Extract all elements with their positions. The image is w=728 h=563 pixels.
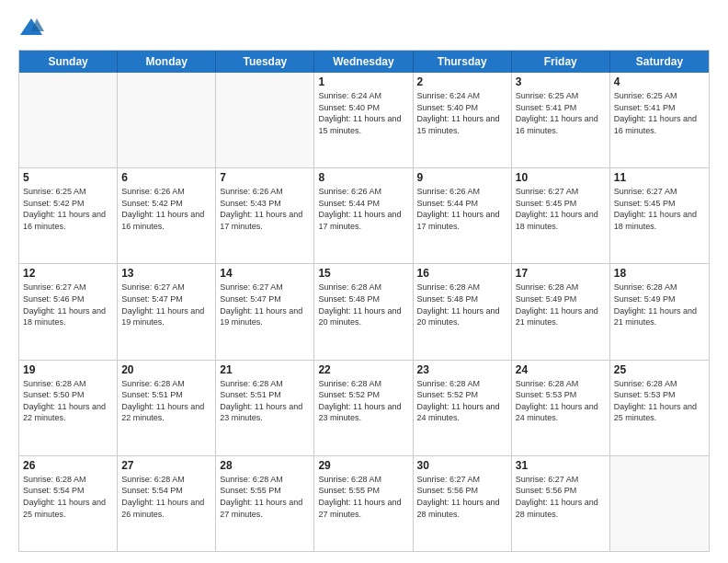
calendar-day-3: 3Sunrise: 6:25 AM Sunset: 5:41 PM Daylig… [512, 73, 610, 167]
calendar-day-29: 29Sunrise: 6:28 AM Sunset: 5:55 PM Dayli… [314, 456, 413, 551]
day-info: Sunrise: 6:28 AM Sunset: 5:52 PM Dayligh… [417, 378, 507, 424]
calendar-day-4: 4Sunrise: 6:25 AM Sunset: 5:41 PM Daylig… [610, 73, 709, 167]
day-number: 2 [417, 75, 507, 88]
day-info: Sunrise: 6:26 AM Sunset: 5:42 PM Dayligh… [121, 186, 211, 232]
day-number: 4 [614, 75, 705, 88]
calendar-day-23: 23Sunrise: 6:28 AM Sunset: 5:52 PM Dayli… [414, 361, 512, 455]
calendar-body: 1Sunrise: 6:24 AM Sunset: 5:40 PM Daylig… [19, 73, 709, 551]
day-number: 1 [318, 75, 408, 88]
calendar-empty-cell [610, 456, 709, 551]
day-info: Sunrise: 6:28 AM Sunset: 5:53 PM Dayligh… [614, 378, 705, 424]
day-number: 25 [614, 363, 705, 376]
header-day-monday: Monday [118, 51, 216, 73]
day-number: 6 [121, 171, 211, 184]
day-info: Sunrise: 6:28 AM Sunset: 5:49 PM Dayligh… [516, 282, 606, 327]
day-number: 10 [516, 171, 606, 184]
day-number: 7 [220, 171, 310, 184]
day-info: Sunrise: 6:27 AM Sunset: 5:56 PM Dayligh… [417, 474, 507, 520]
calendar-day-15: 15Sunrise: 6:28 AM Sunset: 5:48 PM Dayli… [314, 264, 413, 359]
day-info: Sunrise: 6:26 AM Sunset: 5:44 PM Dayligh… [318, 186, 408, 232]
calendar-day-28: 28Sunrise: 6:28 AM Sunset: 5:55 PM Dayli… [216, 456, 314, 551]
calendar-day-11: 11Sunrise: 6:27 AM Sunset: 5:45 PM Dayli… [610, 168, 709, 263]
calendar-day-18: 18Sunrise: 6:28 AM Sunset: 5:49 PM Dayli… [610, 264, 709, 359]
day-number: 11 [614, 171, 705, 184]
day-number: 17 [516, 267, 606, 280]
calendar-day-7: 7Sunrise: 6:26 AM Sunset: 5:43 PM Daylig… [216, 168, 314, 263]
calendar-day-22: 22Sunrise: 6:28 AM Sunset: 5:52 PM Dayli… [314, 361, 413, 455]
day-info: Sunrise: 6:28 AM Sunset: 5:50 PM Dayligh… [23, 378, 113, 424]
calendar-header: SundayMondayTuesdayWednesdayThursdayFrid… [19, 51, 709, 73]
day-number: 26 [23, 459, 113, 472]
day-info: Sunrise: 6:27 AM Sunset: 5:46 PM Dayligh… [23, 282, 113, 327]
logo-icon [18, 15, 44, 40]
day-info: Sunrise: 6:25 AM Sunset: 5:41 PM Dayligh… [516, 90, 606, 136]
calendar-day-26: 26Sunrise: 6:28 AM Sunset: 5:54 PM Dayli… [19, 456, 118, 551]
day-number: 15 [318, 267, 408, 280]
calendar-day-13: 13Sunrise: 6:27 AM Sunset: 5:47 PM Dayli… [118, 264, 216, 359]
day-number: 8 [318, 171, 408, 184]
calendar-day-8: 8Sunrise: 6:26 AM Sunset: 5:44 PM Daylig… [314, 168, 413, 263]
calendar-day-12: 12Sunrise: 6:27 AM Sunset: 5:46 PM Dayli… [19, 264, 118, 359]
day-number: 23 [417, 363, 507, 376]
calendar-day-1: 1Sunrise: 6:24 AM Sunset: 5:40 PM Daylig… [314, 73, 413, 167]
calendar-day-17: 17Sunrise: 6:28 AM Sunset: 5:49 PM Dayli… [512, 264, 610, 359]
day-info: Sunrise: 6:28 AM Sunset: 5:51 PM Dayligh… [220, 378, 310, 424]
day-number: 3 [516, 75, 606, 88]
day-number: 12 [23, 267, 113, 280]
day-info: Sunrise: 6:28 AM Sunset: 5:53 PM Dayligh… [516, 378, 606, 424]
header-day-sunday: Sunday [19, 51, 118, 73]
day-info: Sunrise: 6:28 AM Sunset: 5:51 PM Dayligh… [121, 378, 211, 424]
day-info: Sunrise: 6:28 AM Sunset: 5:48 PM Dayligh… [318, 282, 408, 327]
calendar-day-19: 19Sunrise: 6:28 AM Sunset: 5:50 PM Dayli… [19, 361, 118, 455]
calendar-day-25: 25Sunrise: 6:28 AM Sunset: 5:53 PM Dayli… [610, 361, 709, 455]
day-info: Sunrise: 6:26 AM Sunset: 5:43 PM Dayligh… [220, 186, 310, 232]
calendar-row-0: 1Sunrise: 6:24 AM Sunset: 5:40 PM Daylig… [19, 73, 709, 167]
day-number: 30 [417, 459, 507, 472]
header [18, 15, 710, 40]
day-info: Sunrise: 6:28 AM Sunset: 5:55 PM Dayligh… [220, 474, 310, 520]
day-info: Sunrise: 6:27 AM Sunset: 5:47 PM Dayligh… [121, 282, 211, 327]
calendar-day-6: 6Sunrise: 6:26 AM Sunset: 5:42 PM Daylig… [118, 168, 216, 263]
logo [18, 15, 48, 40]
calendar-day-5: 5Sunrise: 6:25 AM Sunset: 5:42 PM Daylig… [19, 168, 118, 263]
day-info: Sunrise: 6:28 AM Sunset: 5:48 PM Dayligh… [417, 282, 507, 327]
day-number: 19 [23, 363, 113, 376]
calendar-empty-cell [19, 73, 118, 167]
day-number: 18 [614, 267, 705, 280]
day-number: 28 [220, 459, 310, 472]
day-number: 20 [121, 363, 211, 376]
day-info: Sunrise: 6:27 AM Sunset: 5:56 PM Dayligh… [516, 474, 606, 520]
day-info: Sunrise: 6:25 AM Sunset: 5:42 PM Dayligh… [23, 186, 113, 232]
calendar-row-4: 26Sunrise: 6:28 AM Sunset: 5:54 PM Dayli… [19, 455, 709, 551]
day-info: Sunrise: 6:28 AM Sunset: 5:55 PM Dayligh… [318, 474, 408, 520]
day-number: 27 [121, 459, 211, 472]
day-number: 14 [220, 267, 310, 280]
day-info: Sunrise: 6:28 AM Sunset: 5:54 PM Dayligh… [121, 474, 211, 520]
day-number: 24 [516, 363, 606, 376]
calendar-day-21: 21Sunrise: 6:28 AM Sunset: 5:51 PM Dayli… [216, 361, 314, 455]
calendar-day-24: 24Sunrise: 6:28 AM Sunset: 5:53 PM Dayli… [512, 361, 610, 455]
calendar-day-14: 14Sunrise: 6:27 AM Sunset: 5:47 PM Dayli… [216, 264, 314, 359]
calendar-empty-cell [118, 73, 216, 167]
day-info: Sunrise: 6:24 AM Sunset: 5:40 PM Dayligh… [417, 90, 507, 136]
day-number: 5 [23, 171, 113, 184]
page: SundayMondayTuesdayWednesdayThursdayFrid… [0, 0, 728, 563]
calendar-day-30: 30Sunrise: 6:27 AM Sunset: 5:56 PM Dayli… [414, 456, 512, 551]
calendar-day-9: 9Sunrise: 6:26 AM Sunset: 5:44 PM Daylig… [414, 168, 512, 263]
calendar-day-16: 16Sunrise: 6:28 AM Sunset: 5:48 PM Dayli… [414, 264, 512, 359]
day-number: 13 [121, 267, 211, 280]
calendar-day-20: 20Sunrise: 6:28 AM Sunset: 5:51 PM Dayli… [118, 361, 216, 455]
day-number: 9 [417, 171, 507, 184]
calendar-day-27: 27Sunrise: 6:28 AM Sunset: 5:54 PM Dayli… [118, 456, 216, 551]
header-day-tuesday: Tuesday [216, 51, 314, 73]
day-info: Sunrise: 6:25 AM Sunset: 5:41 PM Dayligh… [614, 90, 705, 136]
day-info: Sunrise: 6:28 AM Sunset: 5:54 PM Dayligh… [23, 474, 113, 520]
calendar-day-31: 31Sunrise: 6:27 AM Sunset: 5:56 PM Dayli… [512, 456, 610, 551]
header-day-wednesday: Wednesday [314, 51, 413, 73]
day-info: Sunrise: 6:27 AM Sunset: 5:47 PM Dayligh… [220, 282, 310, 327]
day-number: 29 [318, 459, 408, 472]
day-info: Sunrise: 6:28 AM Sunset: 5:52 PM Dayligh… [318, 378, 408, 424]
day-info: Sunrise: 6:28 AM Sunset: 5:49 PM Dayligh… [614, 282, 705, 327]
calendar-row-3: 19Sunrise: 6:28 AM Sunset: 5:50 PM Dayli… [19, 360, 709, 455]
calendar-empty-cell [216, 73, 314, 167]
